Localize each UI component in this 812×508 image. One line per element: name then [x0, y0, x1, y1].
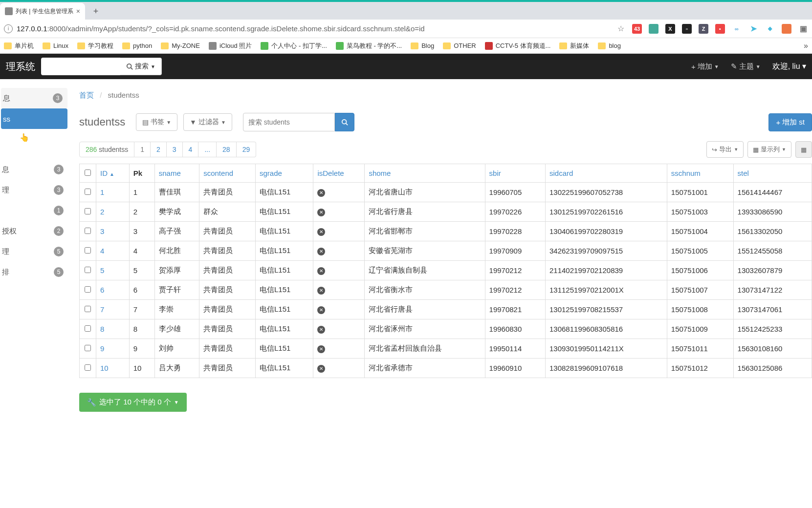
cell-sname: 李崇: [154, 300, 199, 319]
cell-id[interactable]: 9: [96, 339, 130, 359]
export-button[interactable]: ↪ 导出 ▼: [706, 141, 744, 158]
column-header-sidcard[interactable]: sidcard: [546, 164, 667, 183]
page-link[interactable]: 4: [183, 142, 199, 157]
column-header-isDelete[interactable]: isDelete: [313, 164, 365, 183]
table-search-button[interactable]: [335, 113, 354, 131]
close-icon[interactable]: ×: [76, 7, 80, 15]
false-icon: ✕: [317, 267, 325, 275]
sidebar-item[interactable]: 息3: [0, 159, 68, 180]
page-link[interactable]: 28: [217, 142, 237, 157]
global-search-input[interactable]: [41, 58, 120, 75]
bookmark-item[interactable]: 单片机: [4, 42, 34, 50]
bookmark-item[interactable]: blog: [598, 42, 621, 49]
column-header-Pk[interactable]: Pk: [129, 164, 154, 183]
cell-id[interactable]: 3: [96, 222, 130, 241]
cell-id[interactable]: 7: [96, 300, 130, 319]
sidebar-item[interactable]: 1: [0, 200, 68, 221]
bookmark-item[interactable]: OTHER: [443, 42, 476, 49]
column-header-stel[interactable]: stel: [733, 164, 812, 183]
bookmark-item[interactable]: 菜鸟教程 - 学的不...: [336, 42, 402, 50]
bookmark-item[interactable]: My-ZONE: [161, 42, 200, 49]
row-checkbox[interactable]: [85, 286, 91, 293]
sidebar-item[interactable]: 理3: [0, 180, 68, 200]
sidebar-item[interactable]: 授权2: [0, 221, 68, 241]
count-badge: 3: [54, 185, 64, 195]
grid-view-button[interactable]: ▦: [795, 141, 812, 158]
table-search-input[interactable]: [243, 113, 335, 131]
bookmark-item[interactable]: 新媒体: [559, 42, 589, 50]
grid-icon: ▦: [801, 146, 807, 153]
cell-id[interactable]: 2: [96, 202, 130, 222]
sidebar-item[interactable]: 👆: [0, 129, 68, 149]
page-link[interactable]: 29: [237, 142, 257, 157]
bookmark-item[interactable]: 学习教程: [77, 42, 113, 50]
send-icon[interactable]: ➤: [748, 24, 758, 34]
breadcrumb-home[interactable]: 首页: [79, 91, 94, 99]
table-row: 66贾子轩共青团员电信L151✕河北省衡水市199702121311251997…: [80, 280, 812, 300]
header-username[interactable]: liu: [792, 62, 800, 70]
sidebar-item[interactable]: ss: [1, 108, 67, 129]
row-checkbox[interactable]: [85, 364, 91, 371]
row-checkbox[interactable]: [85, 247, 91, 254]
url-field[interactable]: 127.0.0.1:8000/xadmin/myApp/students/?_c…: [17, 24, 613, 33]
bookmarks-overflow-button[interactable]: »: [804, 42, 808, 50]
browser-tab[interactable]: 列表 | 学生信息管理系 ×: [0, 3, 85, 20]
row-checkbox[interactable]: [85, 228, 91, 234]
cell-sgrade: 电信L151: [255, 359, 313, 378]
header-theme-button[interactable]: ✎ 主题 ▼: [731, 62, 761, 71]
sidebar-item[interactable]: 排5: [0, 262, 68, 282]
cell-id[interactable]: 6: [96, 280, 130, 300]
cell-id[interactable]: 8: [96, 319, 130, 339]
extension-icon[interactable]: [782, 24, 791, 34]
extension-icon[interactable]: 43: [632, 24, 642, 34]
row-checkbox[interactable]: [85, 345, 91, 351]
columns-button[interactable]: ▦ 显示列 ▼: [747, 141, 791, 158]
column-header-ID[interactable]: ID▲: [96, 164, 130, 183]
global-search-button[interactable]: 搜索 ▼: [120, 58, 162, 75]
select-all-checkbox[interactable]: [85, 169, 91, 176]
bookmark-item[interactable]: python: [122, 42, 152, 49]
column-header-sgrade[interactable]: sgrade: [255, 164, 313, 183]
bookmark-item[interactable]: Linux: [43, 42, 68, 49]
camera-icon[interactable]: ▣: [798, 24, 808, 34]
site-info-icon[interactable]: i: [4, 24, 13, 33]
app-header: 理系统 搜索 ▼ + 增加 ▼ ✎ 主题 ▼ 欢迎, liu ▾: [0, 54, 812, 79]
extension-icon[interactable]: ▪: [715, 24, 725, 34]
column-header-scontend[interactable]: scontend: [199, 164, 256, 183]
column-header-sschnum[interactable]: sschnum: [667, 164, 733, 183]
sidebar-item[interactable]: 理5: [0, 241, 68, 262]
selection-actions-button[interactable]: 🔧 选中了 10 个中的 0 个 ▼: [79, 393, 187, 412]
extension-icon[interactable]: ▫: [682, 24, 692, 34]
sidebar-item[interactable]: 息3: [1, 88, 67, 108]
cell-id[interactable]: 5: [96, 261, 130, 280]
page-link[interactable]: 2: [151, 142, 167, 157]
cell-id[interactable]: 4: [96, 241, 130, 261]
star-icon[interactable]: ☆: [616, 24, 625, 33]
extension-icon[interactable]: ∞: [732, 24, 742, 34]
header-add-button[interactable]: + 增加 ▼: [691, 62, 719, 71]
row-checkbox[interactable]: [85, 306, 91, 312]
bookmark-item[interactable]: 个人中心 - 扣丁学...: [261, 42, 327, 50]
filter-button[interactable]: ▼ 过滤器 ▼: [183, 113, 232, 131]
column-header-sname[interactable]: sname: [154, 164, 199, 183]
bookmark-item[interactable]: iCloud 照片: [209, 42, 252, 50]
row-checkbox[interactable]: [85, 189, 91, 195]
add-record-button[interactable]: + 增加 st: [768, 113, 812, 131]
cell-id[interactable]: 10: [96, 359, 130, 378]
extension-icon[interactable]: Z: [699, 24, 708, 34]
column-header-sbir[interactable]: sbir: [485, 164, 545, 183]
page-link[interactable]: 3: [167, 142, 183, 157]
row-checkbox[interactable]: [85, 208, 91, 214]
page-link[interactable]: 1: [134, 142, 151, 157]
extension-icon[interactable]: ◆: [765, 24, 775, 34]
bookmark-button[interactable]: ▤ 书签 ▼: [136, 113, 177, 131]
cell-id[interactable]: 1: [96, 183, 130, 202]
new-tab-button[interactable]: +: [89, 4, 103, 18]
extension-icon[interactable]: [649, 24, 658, 34]
column-header-shome[interactable]: shome: [365, 164, 485, 183]
extension-icon[interactable]: X: [665, 24, 675, 34]
bookmark-item[interactable]: Blog: [411, 42, 434, 49]
row-checkbox[interactable]: [85, 267, 91, 273]
bookmark-item[interactable]: CCTV-5 体育频道...: [485, 42, 551, 50]
row-checkbox[interactable]: [85, 325, 91, 332]
